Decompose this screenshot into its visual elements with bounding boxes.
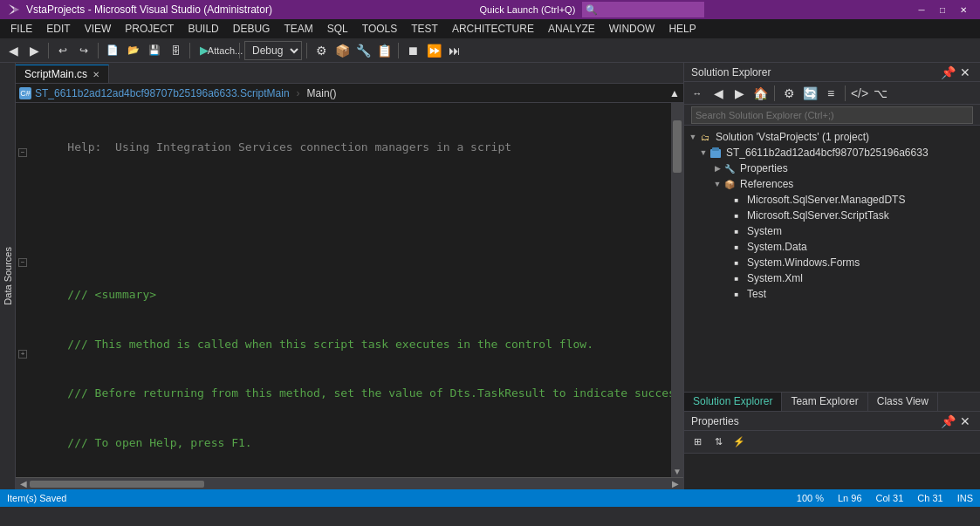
h-scroll-track[interactable] bbox=[30, 481, 669, 488]
save-all-button[interactable]: 🗄 bbox=[166, 41, 185, 60]
h-scroll-thumb[interactable] bbox=[30, 481, 204, 488]
se-tab-class-view[interactable]: Class View bbox=[868, 393, 938, 411]
title-bar-controls: ─ □ ✕ bbox=[912, 0, 973, 19]
se-tree: ▼ 🗂 Solution 'VstaProjects' (1 project) … bbox=[684, 126, 980, 392]
ref-label-0: Microsoft.SqlServer.ManagedDTS bbox=[747, 194, 905, 206]
se-filter-button[interactable]: ⌥ bbox=[871, 84, 890, 103]
menu-analyze[interactable]: ANALYZE bbox=[541, 19, 602, 38]
menu-edit[interactable]: EDIT bbox=[39, 19, 77, 38]
tree-item-ref-2[interactable]: ■ System bbox=[684, 223, 980, 239]
save-button[interactable]: 💾 bbox=[145, 41, 164, 60]
editor-scroll-up[interactable]: ▲ bbox=[669, 87, 680, 99]
project-icon bbox=[709, 146, 723, 160]
menu-view[interactable]: VIEW bbox=[78, 19, 119, 38]
tab-label: ScriptMain.cs bbox=[24, 68, 87, 80]
se-search-bar bbox=[684, 105, 980, 126]
toolbar-icon4[interactable]: 📋 bbox=[374, 41, 394, 60]
toolbar-icon3[interactable]: 🔧 bbox=[353, 41, 373, 60]
collapse-btn-3[interactable]: + bbox=[18, 350, 27, 359]
se-search-input[interactable] bbox=[691, 106, 973, 124]
menu-debug[interactable]: DEBUG bbox=[226, 19, 278, 38]
prop-sort-button[interactable]: ⇅ bbox=[709, 433, 728, 452]
menu-test[interactable]: TEST bbox=[404, 19, 445, 38]
scrollbar-thumb[interactable] bbox=[673, 120, 682, 173]
se-title: Solution Explorer bbox=[691, 66, 771, 79]
tab-close-button[interactable]: ✕ bbox=[93, 70, 99, 79]
se-collapse-button[interactable]: ≡ bbox=[821, 84, 840, 103]
ref-icon-2: ■ bbox=[730, 224, 744, 238]
minimize-button[interactable]: ─ bbox=[912, 0, 931, 19]
tree-item-project[interactable]: ▼ ST_6611b2ad12ad4bcf98707b25196a6633 bbox=[684, 145, 980, 161]
se-pin-button[interactable]: 📌 bbox=[940, 65, 956, 80]
se-home-button[interactable]: 🏠 bbox=[750, 84, 770, 103]
prop-pin-button[interactable]: 📌 bbox=[940, 413, 956, 429]
menu-file[interactable]: FILE bbox=[3, 19, 39, 38]
menu-help[interactable]: HELP bbox=[661, 19, 702, 38]
scroll-right-btn[interactable]: ▶ bbox=[669, 478, 682, 490]
toolbar-icon5[interactable]: ⏹ bbox=[403, 41, 422, 60]
prop-grid-button[interactable]: ⊞ bbox=[688, 433, 707, 452]
se-sep1 bbox=[774, 85, 775, 101]
toolbar-icon2[interactable]: 📦 bbox=[332, 41, 352, 60]
open-button[interactable]: 📂 bbox=[124, 41, 143, 60]
redo-button[interactable]: ↪ bbox=[74, 41, 93, 60]
tree-item-ref-0[interactable]: ■ Microsoft.SqlServer.ManagedDTS bbox=[684, 192, 980, 208]
solution-label: Solution 'VstaProjects' (1 project) bbox=[716, 131, 869, 143]
toolbar-icon6[interactable]: ⏩ bbox=[424, 41, 443, 60]
undo-button[interactable]: ↩ bbox=[53, 41, 72, 60]
se-tab-solution-explorer[interactable]: Solution Explorer bbox=[684, 393, 782, 411]
tree-item-references[interactable]: ▼ 📦 References bbox=[684, 176, 980, 192]
menu-architecture[interactable]: ARCHITECTURE bbox=[445, 19, 541, 38]
menu-project[interactable]: PROJECT bbox=[118, 19, 181, 38]
tree-item-ref-4[interactable]: ■ System.Windows.Forms bbox=[684, 255, 980, 270]
editor-main[interactable]: − − + Help: Using Integrati bbox=[16, 103, 683, 477]
collapse-btn-2[interactable]: − bbox=[18, 258, 27, 267]
project-label: ST_6611b2ad12ad4bcf98707b25196a6633 bbox=[726, 147, 929, 159]
status-ln: Ln 96 bbox=[838, 493, 862, 503]
debug-mode-select[interactable]: Debug bbox=[244, 41, 302, 60]
tree-item-properties[interactable]: ▶ 🔧 Properties bbox=[684, 161, 980, 176]
tree-item-ref-3[interactable]: ■ System.Data bbox=[684, 239, 980, 255]
close-button[interactable]: ✕ bbox=[954, 0, 973, 19]
quick-launch-label: Quick Launch (Ctrl+Q) bbox=[480, 4, 576, 15]
menu-build[interactable]: BUILD bbox=[181, 19, 225, 38]
attach-button[interactable]: Attach... bbox=[216, 41, 235, 60]
new-button[interactable]: 📄 bbox=[103, 41, 122, 60]
se-tab-team-explorer[interactable]: Team Explorer bbox=[782, 393, 867, 411]
toolbar-icon1[interactable]: ⚙ bbox=[312, 41, 331, 60]
tree-item-ref-1[interactable]: ■ Microsoft.SqlServer.ScriptTask bbox=[684, 208, 980, 223]
solution-expand-arrow: ▼ bbox=[688, 133, 698, 141]
se-sync-button[interactable]: ↔ bbox=[688, 84, 707, 103]
toolbar-icon7[interactable]: ⏭ bbox=[445, 41, 464, 60]
solution-explorer: Solution Explorer 📌 ✕ ↔ ◀ ▶ 🏠 ⚙ 🔄 ≡ </> … bbox=[683, 63, 980, 489]
scroll-left-btn[interactable]: ◀ bbox=[17, 478, 30, 490]
se-refresh-button[interactable]: 🔄 bbox=[800, 84, 819, 103]
scroll-down-btn[interactable]: ▼ bbox=[671, 465, 683, 477]
editor-scrollbar[interactable]: ▼ bbox=[671, 103, 683, 477]
prop-events-button[interactable]: ⚡ bbox=[730, 433, 749, 452]
tree-item-solution[interactable]: ▼ 🗂 Solution 'VstaProjects' (1 project) bbox=[684, 129, 980, 145]
back-button[interactable]: ◀ bbox=[3, 41, 23, 60]
status-col: Col 31 bbox=[876, 493, 904, 503]
editor-tab-scriptmain[interactable]: ScriptMain.cs ✕ bbox=[16, 65, 109, 83]
se-back-button[interactable]: ◀ bbox=[709, 84, 728, 103]
code-area[interactable]: Help: Using Integration Services connect… bbox=[33, 103, 671, 477]
svg-rect-1 bbox=[712, 147, 719, 151]
collapse-btn-1[interactable]: − bbox=[18, 148, 27, 157]
forward-button[interactable]: ▶ bbox=[24, 41, 44, 60]
menu-team[interactable]: TEAM bbox=[277, 19, 319, 38]
prop-close-button[interactable]: ✕ bbox=[957, 413, 973, 429]
se-close-button[interactable]: ✕ bbox=[957, 65, 973, 80]
tree-item-ref-6[interactable]: ■ Test bbox=[684, 286, 980, 302]
h-scroll[interactable]: ◀ ▶ bbox=[16, 477, 683, 489]
data-sources-panel: Data Sources bbox=[0, 63, 16, 489]
menu-sql[interactable]: SQL bbox=[320, 19, 355, 38]
se-show-files-button[interactable]: </> bbox=[850, 84, 869, 103]
menu-window[interactable]: WINDOW bbox=[602, 19, 662, 38]
tree-item-ref-5[interactable]: ■ System.Xml bbox=[684, 270, 980, 286]
maximize-button[interactable]: □ bbox=[933, 0, 952, 19]
ref-icon-3: ■ bbox=[730, 240, 744, 254]
se-forward-button[interactable]: ▶ bbox=[730, 84, 749, 103]
se-settings-button[interactable]: ⚙ bbox=[779, 84, 798, 103]
menu-tools[interactable]: TOOLS bbox=[355, 19, 404, 38]
